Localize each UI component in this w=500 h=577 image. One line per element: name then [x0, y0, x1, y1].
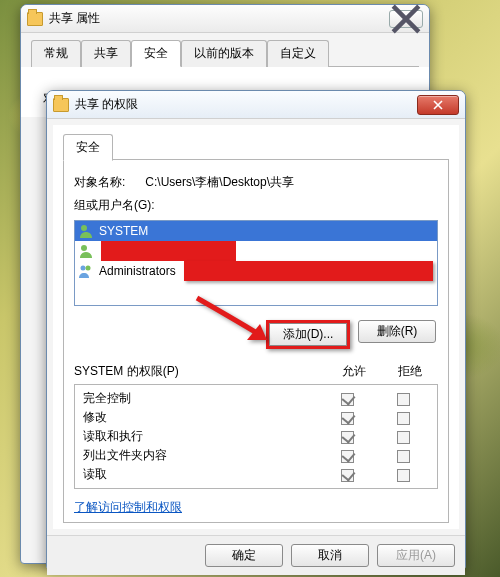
perm-row: 读取和执行	[83, 427, 431, 446]
redaction-bar	[184, 261, 433, 281]
close-button[interactable]	[417, 95, 459, 115]
deny-checkbox[interactable]	[397, 431, 410, 444]
perm-name: 列出文件夹内容	[83, 447, 319, 464]
object-path: C:\Users\李楠\Desktop\共享	[145, 175, 294, 189]
permissions-list: 完全控制 修改 读取和执行 列出文件夹内容	[74, 384, 438, 489]
add-button[interactable]: 添加(D)...	[269, 323, 347, 346]
user-name: SYSTEM	[99, 224, 148, 238]
tab-custom[interactable]: 自定义	[267, 40, 329, 67]
object-row: 对象名称: C:\Users\李楠\Desktop\共享	[74, 174, 438, 191]
allow-checkbox[interactable]	[341, 431, 354, 444]
cancel-button[interactable]: 取消	[291, 544, 369, 567]
window-title: 共享 属性	[49, 10, 389, 27]
svg-point-1	[81, 245, 87, 251]
deny-checkbox[interactable]	[397, 393, 410, 406]
perm-name: 读取	[83, 466, 319, 483]
permissions-window: 共享 的权限 安全 对象名称: C:\Users\李楠\Desktop\共享 组…	[46, 90, 466, 570]
tab-previous[interactable]: 以前的版本	[181, 40, 267, 67]
perm-row: 列出文件夹内容	[83, 446, 431, 465]
allow-checkbox[interactable]	[341, 393, 354, 406]
perm-name: 修改	[83, 409, 319, 426]
folder-icon	[53, 98, 69, 112]
svg-point-3	[86, 266, 91, 271]
add-highlight: 添加(D)...	[266, 320, 350, 349]
tab-general[interactable]: 常规	[31, 40, 81, 67]
tab-share[interactable]: 共享	[81, 40, 131, 67]
close-icon[interactable]	[389, 10, 423, 28]
deny-checkbox[interactable]	[397, 469, 410, 482]
allow-checkbox[interactable]	[341, 469, 354, 482]
dialog-footer: 确定 取消 应用(A)	[47, 535, 465, 575]
group-label: 组或用户名(G):	[74, 197, 438, 214]
window-title: 共享 的权限	[75, 96, 417, 113]
apply-button[interactable]: 应用(A)	[377, 544, 455, 567]
permissions-for-label: SYSTEM 的权限(P)	[74, 363, 326, 380]
allow-checkbox[interactable]	[341, 412, 354, 425]
user-name: Administrators	[99, 264, 176, 278]
user-row-redacted[interactable]	[75, 241, 437, 261]
deny-checkbox[interactable]	[397, 450, 410, 463]
object-label: 对象名称:	[74, 175, 125, 189]
deny-header: 拒绝	[382, 363, 438, 380]
perm-name: 完全控制	[83, 390, 319, 407]
user-icon	[79, 223, 95, 239]
titlebar[interactable]: 共享 属性	[21, 5, 429, 33]
titlebar[interactable]: 共享 的权限	[47, 91, 465, 119]
svg-point-2	[81, 266, 86, 271]
tabstrip: 常规 共享 安全 以前的版本 自定义	[31, 39, 419, 66]
user-row-system[interactable]: SYSTEM	[75, 221, 437, 241]
perm-name: 读取和执行	[83, 428, 319, 445]
users-icon	[79, 263, 95, 279]
perm-row: 完全控制	[83, 389, 431, 408]
user-row-administrators[interactable]: Administrators	[75, 261, 437, 281]
tabstrip: 安全	[63, 133, 449, 160]
user-list[interactable]: SYSTEM Administrators	[74, 220, 438, 306]
redaction-bar	[101, 241, 236, 261]
tab-security[interactable]: 安全	[131, 40, 181, 67]
user-icon	[79, 243, 95, 259]
allow-header: 允许	[326, 363, 382, 380]
remove-button[interactable]: 删除(R)	[358, 320, 436, 343]
tab-security[interactable]: 安全	[63, 134, 113, 161]
perm-row: 读取	[83, 465, 431, 484]
allow-checkbox[interactable]	[341, 450, 354, 463]
deny-checkbox[interactable]	[397, 412, 410, 425]
perm-row: 修改	[83, 408, 431, 427]
learn-link[interactable]: 了解访问控制和权限	[74, 499, 182, 516]
ok-button[interactable]: 确定	[205, 544, 283, 567]
folder-icon	[27, 12, 43, 26]
svg-point-0	[81, 225, 87, 231]
